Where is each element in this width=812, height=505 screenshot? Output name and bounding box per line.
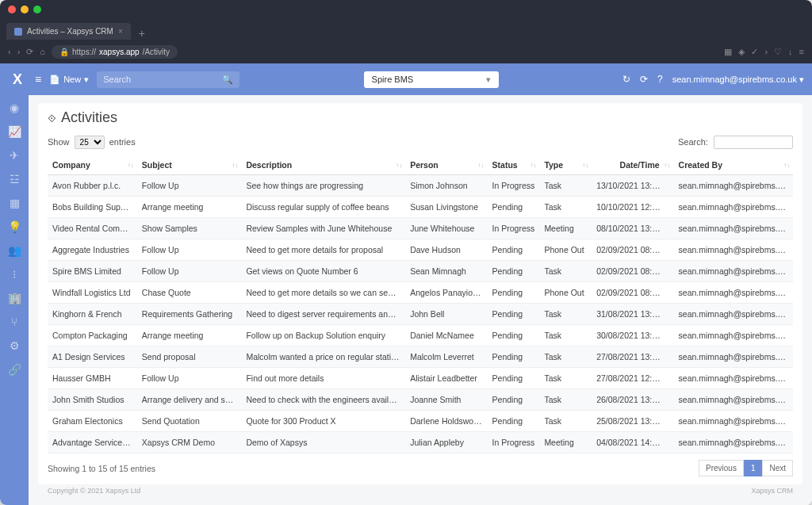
browser-tab[interactable]: Activities – Xapsys CRM × [6,23,131,40]
cell-datetime: 27/08/2021 12:58:00 [592,368,673,389]
nav-back-button[interactable]: ‹ [8,47,11,56]
col-header-datetime[interactable]: Date/Time↑↓ [592,155,673,175]
cell-person: June Whitehouse [405,218,487,239]
cell-type: Meeting [539,432,592,453]
next-page-button[interactable]: Next [762,460,793,476]
col-header-person[interactable]: Person↑↓ [405,155,487,175]
new-button[interactable]: 📄 New ▾ [49,75,89,85]
sidebar-bullet-icon[interactable]: ⁝ [8,268,21,281]
global-search-input[interactable]: Search 🔍 [97,71,239,88]
new-tab-button[interactable]: + [131,27,153,40]
org-selector[interactable]: Spire BMS ▾ [364,71,499,88]
table-row[interactable]: Compton PackagingArrange meetingFollow u… [48,325,793,346]
cell-description: Malcolm wanted a price on regular statio… [241,346,405,368]
extension-icon[interactable]: ✓ [751,47,758,57]
nav-reload-button[interactable]: ⟳ [26,47,33,57]
extension-icon[interactable]: ♡ [774,47,782,57]
cell-datetime: 30/08/2021 13:02:00 [592,325,673,346]
app-footer: Copyright © 2021 Xapsys Ltd Xapsys CRM [38,484,802,497]
table-row[interactable]: Aggregate IndustriesFollow UpNeed to get… [48,239,793,261]
table-row[interactable]: Video Rental CompanyShow SamplesReview S… [48,218,793,239]
org-selected-label: Spire BMS [372,75,414,84]
table-row[interactable]: Advantage Services LtdXapsys CRM DemoDem… [48,432,793,453]
show-label-post: entries [109,137,136,147]
cell-status: Pending [488,261,540,282]
prev-page-button[interactable]: Previous [699,460,744,476]
cell-description: Need to get more details for proposal [241,239,405,261]
help-icon[interactable]: ? [657,74,663,85]
sidebar-settings-icon[interactable]: ⚙ [8,339,21,352]
table-row[interactable]: Bobs Building SuppliesArrange meetingDis… [48,197,793,218]
cell-company: Video Rental Company [48,218,137,239]
sidebar-users-icon[interactable]: 👥 [8,244,21,257]
cell-type: Task [539,325,592,346]
col-header-company[interactable]: Company↑↓ [48,155,137,175]
cell-type: Task [539,175,592,197]
url-path: /Activity [143,48,170,56]
browser-menu-button[interactable]: ≡ [799,47,804,57]
window-maximize-button[interactable] [33,6,41,13]
sidebar-list-icon[interactable]: ☳ [8,173,21,186]
table-row[interactable]: John Smith StudiosArrange delivery and s… [48,389,793,411]
sidebar-send-icon[interactable]: ✈ [8,149,21,162]
cell-datetime: 10/10/2021 12:59:00 [592,197,673,218]
sidebar-toggle-button[interactable]: ≡ [35,73,41,86]
extension-icon[interactable]: ↓ [788,47,793,57]
refresh-icon[interactable]: ⟳ [640,74,648,85]
cell-status: Pending [488,368,540,389]
activities-icon: ⟐ [48,109,56,126]
sidebar-link-icon[interactable]: 🔗 [8,363,21,376]
window-minimize-button[interactable] [21,6,29,13]
col-header-status[interactable]: Status↑↓ [488,155,540,175]
cell-createdby: sean.mimnagh@spirebms.co.uk [674,218,793,239]
cell-person: Julian Appleby [405,432,487,453]
cell-person: Sean Mimnagh [405,261,487,282]
table-row[interactable]: A1 Design ServicesSend proposalMalcolm w… [48,346,793,368]
cell-createdby: sean.mimnagh@spirebms.co.uk [674,175,793,197]
sidebar-building-icon[interactable]: 🏢 [8,292,21,304]
table-wrapper[interactable]: Company↑↓ Subject↑↓ Description↑↓ Person… [48,155,793,453]
cell-subject: Follow Up [137,368,242,389]
table-row[interactable]: Graham ElectonicsSend QuotationQuote for… [48,411,793,432]
cell-datetime: 08/10/2021 13:10:00 [592,218,673,239]
sidebar-fork-icon[interactable]: ⑂ [8,316,21,328]
col-header-description[interactable]: Description↑↓ [241,155,405,175]
sidebar-chart-icon[interactable]: 📈 [8,125,21,138]
nav-home-button[interactable]: ⌂ [40,47,45,56]
cell-type: Meeting [539,218,592,239]
table-search-label: Search: [678,137,708,147]
extension-icon[interactable]: › [764,47,768,57]
cell-person: Alistair Leadbetter [405,368,487,389]
show-label-pre: Show [48,137,70,147]
page-number-button[interactable]: 1 [744,460,763,476]
table-row[interactable]: Windfall Logistics LtdChase QuoteNeed to… [48,282,793,304]
col-header-type[interactable]: Type↑↓ [539,155,592,175]
entries-select[interactable]: 25 [75,136,105,149]
cell-company: Advantage Services Ltd [48,432,137,453]
user-menu[interactable]: sean.mimnagh@spirebms.co.uk ▾ [672,75,804,85]
table-row[interactable]: Avon Rubber p.l.c.Follow UpSee how thing… [48,175,793,197]
extension-icon[interactable]: ▦ [724,47,732,57]
tab-close-icon[interactable]: × [118,27,123,36]
cell-status: In Progress [488,218,540,239]
nav-forward-button[interactable]: › [17,47,21,56]
cell-company: Compton Packaging [48,325,137,346]
cell-subject: Chase Quote [137,282,242,304]
col-header-createdby[interactable]: Created By↑↓ [674,155,793,175]
app-logo[interactable]: X [8,70,27,89]
table-row[interactable]: Hausser GMBHFollow UpFind out more detai… [48,368,793,389]
window-close-button[interactable] [8,6,16,13]
extension-icon[interactable]: ◈ [738,47,745,57]
url-input[interactable]: 🔒 https://xapsys.app/Activity [52,45,178,59]
table-search-input[interactable] [714,136,793,149]
sidebar-idea-icon[interactable]: 💡 [8,220,21,233]
entries-per-page: Show 25 entries [48,136,136,149]
col-header-subject[interactable]: Subject↑↓ [137,155,242,175]
sidebar: ◉ 📈 ✈ ☳ ▦ 💡 👥 ⁝ 🏢 ⑂ ⚙ 🔗 [0,95,29,505]
table-row[interactable]: Kinghorn & FrenchRequirements GatheringN… [48,304,793,325]
sidebar-grid-icon[interactable]: ▦ [8,197,21,209]
sidebar-dashboard-icon[interactable]: ◉ [8,101,21,114]
history-icon[interactable]: ↻ [622,74,630,85]
cell-subject: Send proposal [137,346,242,368]
table-row[interactable]: Spire BMS LimitedFollow UpGet views on Q… [48,261,793,282]
